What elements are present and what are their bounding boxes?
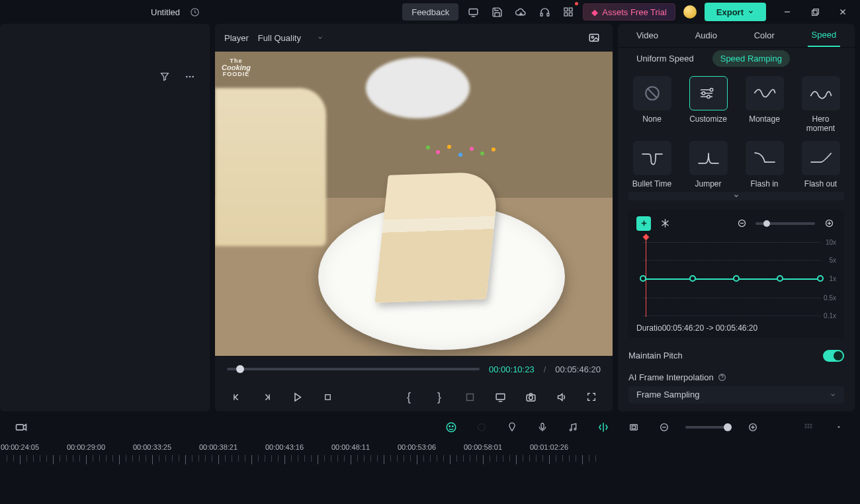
help-icon[interactable]	[718, 373, 726, 382]
inspector-tabs: Video Audio Color Speed	[618, 24, 855, 48]
video-preview[interactable]: The Cooking FOODIE	[215, 52, 613, 356]
maximize-icon[interactable]	[806, 3, 824, 21]
freeze-frame-button[interactable]	[658, 216, 672, 231]
timestamp: 00:00:29:00	[67, 443, 105, 451]
timestamp: 00:00:33:25	[133, 443, 171, 451]
filter-icon[interactable]	[155, 67, 174, 86]
subtab-uniform-speed[interactable]: Uniform Speed	[628, 50, 702, 67]
camera-icon[interactable]	[521, 388, 540, 406]
speed-graph[interactable]: 10x 5x 1x 0.5x 0.1x	[636, 237, 836, 317]
gem-icon: ◆	[591, 7, 598, 17]
headphones-icon[interactable]	[535, 3, 554, 21]
timestamp: 00:00:53:06	[398, 443, 436, 451]
history-icon[interactable]	[185, 3, 204, 21]
chevron-down-icon	[317, 34, 323, 41]
close-icon[interactable]	[834, 3, 852, 21]
svg-point-28	[447, 423, 456, 432]
zoom-out-graph-button[interactable]	[734, 216, 749, 231]
more-icon[interactable]	[181, 67, 199, 86]
quality-select[interactable]: Full Quality	[258, 33, 323, 43]
preset-flash-out[interactable]: Flash out	[797, 141, 844, 189]
svg-point-31	[478, 424, 486, 431]
zoom-in-timeline-button[interactable]	[744, 418, 762, 437]
expand-presets[interactable]	[628, 192, 844, 200]
graph-zoom-slider[interactable]	[755, 222, 815, 225]
svg-rect-36	[632, 426, 635, 429]
split-icon[interactable]	[594, 418, 613, 437]
play-button[interactable]	[288, 388, 306, 406]
volume-icon[interactable]	[552, 388, 570, 406]
grid-view-icon[interactable]	[799, 418, 818, 437]
preset-customize[interactable]: Customize	[685, 76, 732, 134]
svg-rect-9	[812, 10, 817, 15]
preset-label: Customize	[689, 114, 727, 124]
svg-point-29	[449, 426, 451, 427]
preset-hero-moment[interactable]: Hero moment	[797, 76, 844, 134]
preset-none[interactable]: None	[628, 76, 675, 134]
svg-rect-15	[325, 394, 330, 399]
subtab-speed-ramping[interactable]: Speed Ramping	[712, 50, 790, 67]
display-icon[interactable]	[491, 388, 509, 406]
crop-timeline-icon[interactable]	[624, 418, 643, 437]
ai-face-icon[interactable]	[442, 418, 460, 437]
cloud-icon[interactable]	[511, 3, 530, 21]
progress-slider[interactable]	[227, 368, 480, 370]
camera-track-icon[interactable]	[12, 418, 30, 437]
svg-rect-27	[17, 425, 24, 430]
minimize-icon[interactable]	[778, 3, 796, 21]
mark-in-icon[interactable]: {	[400, 388, 418, 406]
tab-speed[interactable]: Speed	[808, 24, 841, 47]
svg-point-23	[707, 95, 710, 99]
svg-rect-8	[813, 9, 818, 14]
timestamp: 00:00:48:11	[331, 443, 370, 451]
preset-bullet-time[interactable]: Bullet Time	[628, 141, 675, 189]
apps-icon[interactable]	[559, 3, 578, 21]
globe-icon[interactable]	[681, 3, 699, 21]
preset-jumper[interactable]: Jumper	[685, 141, 732, 189]
preset-flash-in[interactable]: Flash in	[741, 141, 788, 189]
feedback-button[interactable]: Feedback	[402, 3, 458, 21]
assets-trial-button[interactable]: ◆ Assets Free Trial	[583, 3, 675, 21]
marker-icon[interactable]	[503, 418, 521, 437]
zoom-out-timeline-button[interactable]	[655, 418, 673, 437]
maintain-pitch-toggle[interactable]	[823, 350, 844, 362]
add-keyframe-button[interactable]	[636, 216, 651, 231]
media-panel	[0, 24, 210, 411]
timestamp: 00:00:24:05	[1, 443, 39, 451]
tab-audio[interactable]: Audio	[691, 24, 721, 47]
timeline-options-icon[interactable]	[830, 418, 848, 437]
snapshot-image-icon[interactable]	[585, 28, 603, 47]
project-title: Untitled	[151, 7, 180, 17]
zoom-in-graph-button[interactable]	[822, 216, 836, 231]
save-icon[interactable]	[488, 3, 506, 21]
stop-button[interactable]	[318, 388, 337, 406]
svg-rect-1	[469, 9, 478, 15]
player-label: Player	[224, 33, 249, 43]
audio-track-icon[interactable]	[564, 418, 582, 437]
preview-watermark: The Cooking FOODIE	[222, 58, 251, 77]
interpolation-select[interactable]: Frame Sampling	[628, 386, 844, 403]
export-button[interactable]: Export	[705, 3, 766, 21]
preset-label: Flash out	[804, 179, 837, 189]
sparkle-icon[interactable]	[472, 418, 491, 437]
svg-rect-17	[496, 394, 505, 399]
crop-icon[interactable]	[460, 388, 479, 406]
timeline-ruler[interactable]: 00:00:24:0500:00:29:0000:00:33:2500:00:3…	[0, 443, 860, 466]
svg-rect-6	[564, 13, 568, 16]
preset-label: Bullet Time	[632, 179, 671, 189]
time-separator: /	[544, 364, 546, 374]
svg-point-10	[186, 76, 188, 78]
tab-video[interactable]: Video	[632, 24, 662, 47]
timestamp: 00:00:38:21	[199, 443, 237, 451]
tab-color[interactable]: Color	[750, 24, 779, 47]
timeline-zoom-slider[interactable]	[685, 426, 732, 429]
screen-icon[interactable]	[464, 3, 482, 21]
mic-icon[interactable]	[533, 418, 552, 437]
fullscreen-icon[interactable]	[582, 388, 601, 406]
quality-value: Full Quality	[258, 33, 301, 43]
mark-out-icon[interactable]: }	[430, 388, 449, 406]
preset-montage[interactable]: Montage	[741, 76, 788, 134]
prev-frame-button[interactable]	[227, 388, 245, 406]
preset-label: Jumper	[695, 179, 721, 189]
next-frame-button[interactable]	[257, 388, 276, 406]
